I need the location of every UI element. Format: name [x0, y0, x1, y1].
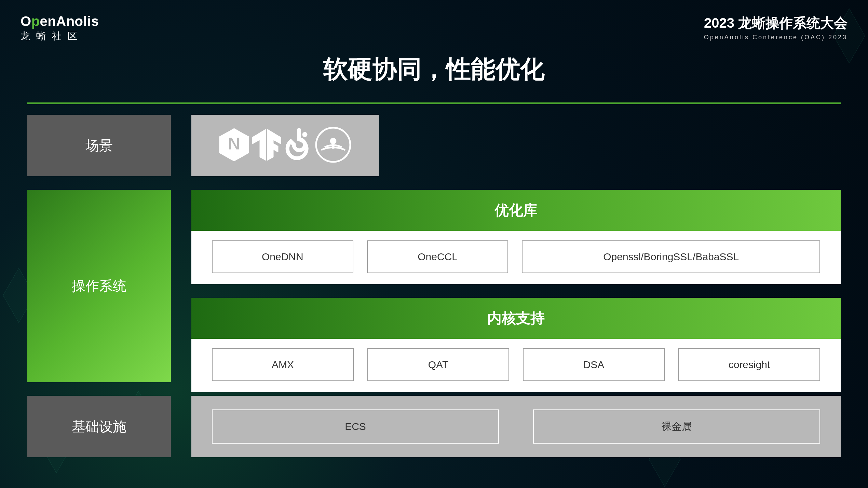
svg-point-4 [302, 132, 307, 137]
infra-label-box: 基础设施 [27, 396, 171, 457]
conference-badge: 2023 龙蜥操作系统大会 OpenAnolis Conference (OAC… [704, 14, 847, 41]
logo-en-accent: p [31, 14, 40, 29]
kernel-panel: 内核支持 AMX QAT DSA coresight [191, 298, 841, 392]
kernel-item: DSA [523, 348, 665, 381]
svg-marker-2 [252, 129, 266, 161]
kernel-header: 内核支持 [191, 298, 841, 339]
conference-sub: OpenAnolis Conference (OAC) 2023 [704, 34, 847, 41]
row-scene: 场景 N [27, 115, 841, 176]
diagram-grid: 场景 N [27, 115, 841, 457]
scene-label-box: 场景 [27, 115, 171, 176]
row-infra: 基础设施 ECS 裸金属 [27, 396, 841, 457]
svg-text:N: N [228, 134, 240, 153]
opt-lib-item: OneDNN [212, 240, 353, 273]
pytorch-icon [284, 128, 314, 163]
scene-icons-panel: N [191, 115, 379, 176]
slide-title: 软硬协同，性能优化 [0, 53, 868, 86]
opt-lib-body: OneDNN OneCCL Openssl/BoringSSL/BabaSSL [191, 231, 841, 284]
opt-lib-item: Openssl/BoringSSL/BabaSSL [522, 240, 820, 273]
kernel-item: QAT [367, 348, 509, 381]
kernel-body: AMX QAT DSA coresight [191, 339, 841, 392]
opt-lib-panel: 优化库 OneDNN OneCCL Openssl/BoringSSL/Baba… [191, 190, 841, 284]
kernel-item: AMX [212, 348, 354, 381]
tensorflow-icon [249, 128, 284, 163]
infra-item: 裸金属 [533, 409, 820, 444]
logo-en-post: enAnolis [40, 14, 99, 29]
logo-cn: 龙蜥社区 [21, 30, 99, 43]
title-underline [27, 102, 841, 104]
scene-label: 场景 [85, 136, 113, 155]
logo-en-pre: O [21, 14, 31, 29]
os-label: 操作系统 [72, 277, 126, 295]
opt-lib-item: OneCCL [367, 240, 508, 273]
infra-item: ECS [212, 409, 499, 444]
os-label-box: 操作系统 [27, 190, 171, 382]
infra-panel: ECS 裸金属 [191, 396, 841, 457]
svg-marker-3 [267, 129, 281, 161]
nginx-icon: N [219, 128, 249, 163]
row-os: 操作系统 优化库 OneDNN OneCCL Openssl/BoringSSL… [27, 190, 841, 382]
openanolis-logo: OpenAnolis 龙蜥社区 [21, 14, 99, 43]
network-icon [314, 126, 352, 165]
conference-main: 2023 龙蜥操作系统大会 [704, 14, 847, 32]
infra-label: 基础设施 [72, 417, 126, 436]
svg-rect-7 [332, 141, 334, 149]
opt-lib-header: 优化库 [191, 190, 841, 231]
kernel-item: coresight [678, 348, 820, 381]
os-main-column: 优化库 OneDNN OneCCL Openssl/BoringSSL/Baba… [191, 190, 841, 382]
